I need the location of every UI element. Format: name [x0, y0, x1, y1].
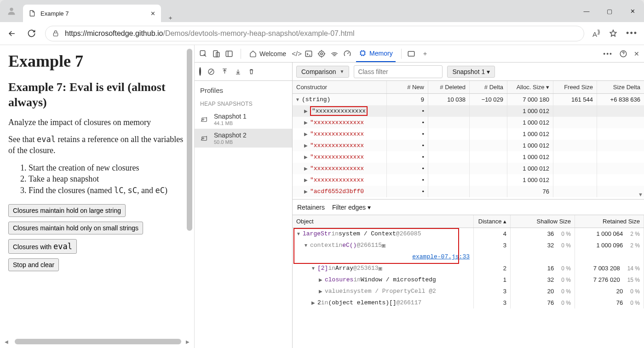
class-filter-input[interactable] [354, 65, 443, 78]
maximize-button[interactable]: ▢ [598, 0, 621, 22]
profiles-toolbar [195, 63, 292, 81]
table-row[interactable]: ▼(string)910 038−10 0297 000 180161 544+… [293, 94, 644, 105]
btn-large-string[interactable]: Closures maintain hold on large string [8, 204, 126, 217]
network-icon[interactable] [330, 50, 340, 58]
svg-rect-1 [53, 33, 58, 36]
read-aloud-icon[interactable]: A⟫ [592, 29, 600, 38]
baseline-dropdown[interactable]: Snapshot 1 ▾ [447, 66, 495, 78]
retainer-row[interactable]: ▶value in system / PropertyCell @23200 %… [293, 285, 644, 297]
devtools-more-icon[interactable]: ••• [603, 50, 613, 57]
minimize-button[interactable]: — [575, 0, 598, 22]
snapshot-item-1[interactable]: Snapshot 1 44.1 MB [195, 110, 292, 129]
col-retained[interactable]: Retained Size [575, 215, 644, 228]
tab-welcome[interactable]: Welcome [247, 45, 289, 62]
dock-icon[interactable] [225, 50, 235, 58]
col-object[interactable]: Object [293, 215, 474, 228]
col-sizedelta[interactable]: Size Delta [597, 81, 644, 93]
view-mode-dropdown[interactable]: Comparison▼ [296, 66, 349, 78]
tab-close-icon[interactable]: ✕ [150, 10, 155, 17]
site-info-icon[interactable] [52, 29, 59, 38]
col-alloc[interactable]: Alloc. Size ▾ [507, 81, 553, 93]
browser-tab-active[interactable]: Example 7 ✕ [23, 5, 161, 22]
snapshot-icon [200, 115, 209, 124]
clear-icon[interactable] [207, 68, 215, 75]
table-row[interactable]: ▶"xxxxxxxxxxxxxx•1 000 012 [293, 163, 644, 174]
snapshot-item-2[interactable]: Snapshot 2 50.0 MB [195, 129, 292, 148]
btn-stop-clear[interactable]: Stop and clear [8, 258, 59, 271]
drawer-icon[interactable] [407, 50, 417, 58]
table-row[interactable]: ▶"xxxxxxxxxxxxxx•1 000 012 [293, 105, 644, 117]
step-3: Find the closures (named lC, sC, and eC) [29, 185, 186, 196]
col-deleted[interactable]: # Deleted [428, 81, 470, 93]
col-distance[interactable]: Distance ▴ [474, 215, 511, 228]
devtools-tabs: Welcome </> Memory ＋ ••• ✕ [195, 45, 644, 63]
retainer-row[interactable]: ▶2 in (object elements)[] @2661173760 %7… [293, 297, 644, 308]
favorite-icon[interactable] [609, 29, 618, 38]
console-icon[interactable] [305, 50, 315, 58]
svg-rect-5 [226, 51, 232, 57]
upload-icon[interactable] [221, 68, 228, 75]
address-bar-row: https://microsoftedge.github.io /Demos/d… [0, 22, 644, 45]
heap-section-label: HEAP SNAPSHOTS [195, 98, 292, 110]
table-row[interactable]: ▶"xxxxxxxxxxxxxx•1 000 012 [293, 128, 644, 140]
performance-icon[interactable] [343, 50, 353, 58]
profile-avatar-icon[interactable] [0, 0, 23, 22]
table-scroll-indicator[interactable]: ▼ [638, 192, 643, 197]
table-row[interactable]: ▶"xxxxxxxxxxxxxx•1 000 012 [293, 174, 644, 186]
memory-toolbar: Comparison▼ Snapshot 1 ▾ [293, 63, 644, 81]
elements-icon[interactable]: </> [292, 50, 302, 57]
col-new[interactable]: # New [387, 81, 428, 93]
retainer-row[interactable]: ▶closures in Window / microsoftedg1320 %… [293, 274, 644, 285]
page-h1: Example 7 [8, 51, 186, 71]
btn-eval[interactable]: Closures with eval [8, 239, 77, 254]
back-button[interactable] [6, 29, 17, 38]
col-freed[interactable]: Freed Size [553, 81, 597, 93]
close-window-button[interactable]: ✕ [621, 0, 644, 22]
titlebar: Example 7 ✕ ＋ — ▢ ✕ [0, 0, 644, 22]
snapshot-icon [200, 134, 209, 143]
memory-main: Comparison▼ Snapshot 1 ▾ Constructor # N… [293, 63, 644, 348]
table-row[interactable]: ▶"acdf6552d3bff0•76 [293, 186, 644, 197]
record-icon[interactable] [199, 68, 201, 75]
svg-point-0 [10, 8, 13, 11]
gc-icon[interactable] [248, 68, 255, 75]
sources-icon[interactable] [317, 50, 328, 58]
col-constructor[interactable]: Constructor [293, 81, 387, 93]
retainer-row[interactable]: example-07.js:33 [293, 251, 644, 262]
svg-point-8 [319, 51, 324, 57]
add-tab-icon[interactable]: ＋ [420, 50, 430, 58]
retainer-row[interactable]: ▼[2] in Array @253613 ▣2160 %7 003 20814… [293, 262, 644, 274]
svg-rect-6 [305, 51, 312, 57]
retainer-row[interactable]: ▼context in eC() @266115 ▣3320 %1 000 09… [293, 240, 644, 251]
retainers-tab[interactable]: Retainers [297, 204, 325, 211]
page-steps: Start the creation of new closures Take … [29, 162, 186, 196]
devtools-close-icon[interactable]: ✕ [634, 50, 639, 57]
more-menu-icon[interactable]: ••• [626, 29, 638, 38]
retainer-row[interactable]: ▼largeStr in system / Context @266085436… [293, 228, 644, 240]
page-hscrollbar[interactable]: ◀▶ [5, 339, 190, 344]
col-shallow[interactable]: Shallow Size [511, 215, 575, 228]
url-host: https://microsoftedge.github.io [65, 29, 163, 38]
table-row[interactable]: ▶"xxxxxxxxxxxxxx•1 000 012 [293, 151, 644, 163]
tab-memory[interactable]: Memory [356, 45, 396, 62]
table-header[interactable]: Constructor # New # Deleted # Delta Allo… [293, 81, 644, 94]
btn-small-strings[interactable]: Closures maintain hold only on small str… [8, 222, 143, 234]
retainers-bar: Retainers Filter edges ▾ [293, 200, 644, 215]
device-icon[interactable] [212, 50, 222, 58]
download-icon[interactable] [235, 68, 242, 75]
devtools: Welcome </> Memory ＋ ••• ✕ [194, 45, 644, 348]
browser-tabs: Example 7 ✕ ＋ [23, 0, 575, 22]
url-bar[interactable]: https://microsoftedge.github.io /Demos/d… [45, 26, 584, 41]
table-row[interactable]: ▶"xxxxxxxxxxxxxx•1 000 012 [293, 140, 644, 151]
page-vscrollbar[interactable] [187, 49, 192, 333]
table-row[interactable]: ▶"xxxxxxxxxxxxxx•1 000 012 [293, 117, 644, 128]
url-path: /Demos/devtools-memory-heap-snapshot/exa… [163, 29, 354, 38]
refresh-button[interactable] [26, 29, 37, 38]
devtools-help-icon[interactable] [619, 50, 627, 58]
inspect-icon[interactable] [199, 50, 209, 58]
page-favicon-icon [29, 10, 36, 17]
filter-edges-dropdown[interactable]: Filter edges ▾ [332, 204, 371, 211]
retainers-header[interactable]: Object Distance ▴ Shallow Size Retained … [293, 215, 644, 228]
col-delta[interactable]: # Delta [470, 81, 507, 93]
new-tab-button[interactable]: ＋ [161, 14, 179, 22]
